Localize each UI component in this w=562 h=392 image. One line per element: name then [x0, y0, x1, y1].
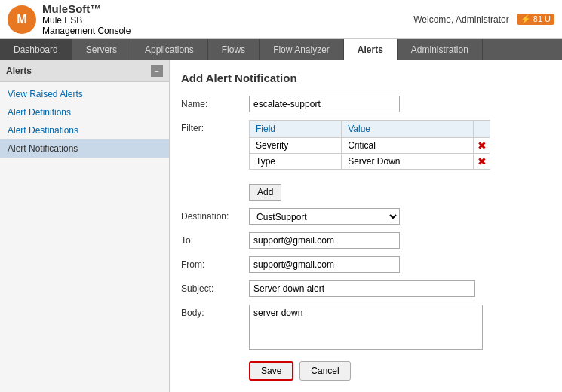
name-input[interactable] — [249, 96, 400, 112]
main-content: Add Alert Notification Name: Filter: Fie… — [170, 60, 562, 392]
sidebar-item-alert-definitions[interactable]: Alert Definitions — [0, 103, 169, 121]
name-row: Name: — [181, 96, 551, 112]
filter-value-serverdown: Server Down — [342, 154, 474, 170]
to-row: To: — [181, 232, 551, 249]
logo-text: MuleSoft™ Mule ESB Management Console — [42, 2, 131, 36]
filter-area: Field Value Severity Critical ✖ Type — [249, 120, 551, 201]
product-line1: Mule ESB — [42, 15, 131, 26]
sidebar-item-alert-notifications[interactable]: Alert Notifications — [0, 139, 169, 158]
cancel-button[interactable]: Cancel — [299, 361, 350, 381]
destination-select[interactable]: CustSupport Other — [249, 208, 400, 225]
sidebar-toggle-button[interactable]: − — [151, 65, 163, 77]
nav-item-flow-analyzer[interactable]: Flow Analyzer — [260, 39, 344, 60]
sidebar-item-alert-destinations[interactable]: Alert Destinations — [0, 121, 169, 139]
header: M MuleSoft™ Mule ESB Management Console … — [0, 0, 562, 39]
body-textarea[interactable]: server down — [249, 305, 483, 350]
filter-table: Field Value Severity Critical ✖ Type — [249, 120, 490, 170]
filter-col-field: Field — [250, 121, 342, 138]
sidebar-title: Alerts — [6, 66, 32, 76]
mulesoft-logo-icon: M — [8, 5, 36, 34]
destination-row: Destination: CustSupport Other — [181, 208, 551, 225]
table-row: Type Server Down ✖ — [250, 154, 490, 170]
sidebar-header: Alerts − — [0, 60, 169, 82]
brand-name: MuleSoft™ — [42, 2, 131, 15]
nav-item-servers[interactable]: Servers — [72, 39, 131, 60]
to-label: To: — [181, 232, 249, 246]
body-row: Body: server down — [181, 305, 551, 350]
body-label: Body: — [181, 305, 249, 318]
content-area: Alerts − View Raised Alerts Alert Defini… — [0, 60, 562, 392]
delete-severity-button[interactable]: ✖ — [474, 138, 490, 154]
save-button[interactable]: Save — [249, 361, 293, 381]
filter-value-critical: Critical — [342, 138, 474, 154]
filter-label: Filter: — [181, 120, 249, 133]
delete-type-button[interactable]: ✖ — [474, 154, 490, 170]
nav-item-flows[interactable]: Flows — [208, 39, 260, 60]
from-label: From: — [181, 256, 249, 270]
filter-col-value: Value — [342, 121, 474, 138]
from-row: From: — [181, 256, 551, 273]
to-input[interactable] — [249, 232, 400, 249]
sidebar: Alerts − View Raised Alerts Alert Defini… — [0, 60, 170, 392]
subject-input[interactable] — [249, 280, 475, 297]
header-right: Welcome, Administrator ⚡ 81 U — [413, 14, 554, 25]
filter-row: Filter: Field Value Severity Critical — [181, 120, 551, 201]
name-label: Name: — [181, 96, 249, 109]
subject-row: Subject: — [181, 280, 551, 297]
page-title: Add Alert Notification — [181, 72, 551, 84]
subject-label: Subject: — [181, 280, 249, 294]
logo-area: M MuleSoft™ Mule ESB Management Console — [8, 2, 131, 36]
table-row: Severity Critical ✖ — [250, 138, 490, 154]
form-actions: Save Cancel — [181, 361, 551, 381]
nav-item-administration[interactable]: Administration — [398, 39, 483, 60]
nav-bar: Dashboard Servers Applications Flows Flo… — [0, 39, 562, 60]
nav-item-dashboard[interactable]: Dashboard — [0, 39, 72, 60]
alert-badge[interactable]: ⚡ 81 U — [517, 14, 554, 25]
filter-field-severity: Severity — [250, 138, 342, 154]
destination-label: Destination: — [181, 208, 249, 222]
product-line2: Management Console — [42, 26, 131, 36]
sidebar-menu: View Raised Alerts Alert Definitions Ale… — [0, 82, 169, 161]
nav-item-alerts[interactable]: Alerts — [344, 39, 398, 60]
sidebar-item-view-raised-alerts[interactable]: View Raised Alerts — [0, 85, 169, 103]
add-filter-button[interactable]: Add — [249, 184, 281, 201]
filter-field-type: Type — [250, 154, 342, 170]
from-input[interactable] — [249, 256, 400, 273]
welcome-text: Welcome, Administrator — [413, 14, 509, 25]
nav-item-applications[interactable]: Applications — [131, 39, 208, 60]
